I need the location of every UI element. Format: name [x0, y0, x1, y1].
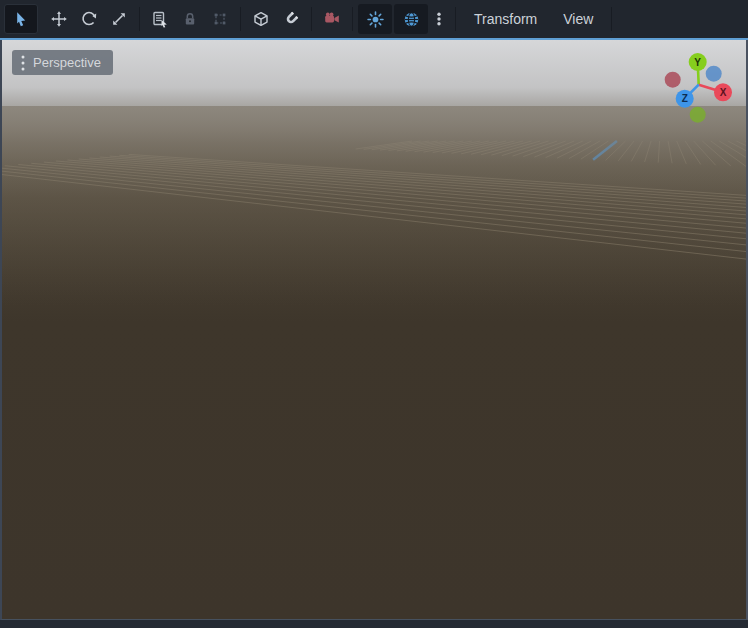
projection-label: Perspective: [33, 55, 101, 70]
toolbar-separator: [455, 7, 456, 31]
lock-button[interactable]: [175, 4, 205, 34]
gizmo-neg-y-ball[interactable]: [690, 107, 706, 123]
preview-sunlight-icon: [367, 11, 384, 28]
scene-canvas: [2, 40, 746, 620]
snap-button[interactable]: [276, 4, 306, 34]
rotate-tool-button[interactable]: [74, 4, 104, 34]
gizmo-y-label: Y: [694, 57, 701, 68]
local-space-button[interactable]: [246, 4, 276, 34]
horizon-fog: [2, 106, 746, 306]
scale-tool-icon: [111, 11, 127, 27]
extra-options-menu-button[interactable]: [428, 4, 450, 34]
toolbar-separator: [139, 7, 140, 31]
view-menu[interactable]: View: [550, 4, 606, 34]
camera-preview-button[interactable]: [317, 4, 347, 34]
select-tool-icon: [13, 11, 29, 27]
group-button[interactable]: [205, 4, 235, 34]
gizmo-neg-x-ball[interactable]: [665, 72, 681, 88]
list-select-button[interactable]: [145, 4, 175, 34]
group-icon: [212, 11, 228, 27]
toolbar-separator: [311, 7, 312, 31]
transform-menu[interactable]: Transform: [461, 4, 550, 34]
3d-viewport[interactable]: Perspective Y X Z: [0, 40, 748, 620]
panel-bottom-edge: [0, 620, 748, 628]
local-space-cube-icon: [253, 11, 269, 27]
toolbar-separator: [352, 7, 353, 31]
move-tool-button[interactable]: [44, 4, 74, 34]
scale-tool-button[interactable]: [104, 4, 134, 34]
toolbar-separator: [240, 7, 241, 31]
snap-magnet-icon: [283, 11, 299, 27]
toolbar-separator: [611, 7, 612, 31]
preview-environment-icon: [403, 11, 420, 28]
pill-kebab-icon: [20, 54, 26, 72]
preview-environment-button[interactable]: [394, 4, 428, 34]
gizmo-x-label: X: [720, 87, 727, 98]
rotate-tool-icon: [81, 11, 97, 27]
view-menu-pill[interactable]: Perspective: [12, 50, 113, 75]
move-tool-icon: [51, 11, 67, 27]
gizmo-neg-z-ball[interactable]: [706, 66, 722, 82]
orientation-gizmo[interactable]: Y X Z: [648, 40, 748, 140]
camera-preview-icon: [324, 11, 340, 27]
viewport-toolbar: Transform View: [0, 0, 748, 38]
list-select-icon: [152, 11, 169, 28]
lock-icon: [182, 11, 198, 27]
select-tool-button[interactable]: [4, 4, 38, 34]
preview-sunlight-button[interactable]: [358, 4, 392, 34]
godot-3d-viewport-panel: Transform View: [0, 0, 748, 628]
kebab-menu-icon: [431, 11, 447, 27]
gizmo-z-label: Z: [682, 93, 688, 104]
sky: [2, 40, 746, 106]
